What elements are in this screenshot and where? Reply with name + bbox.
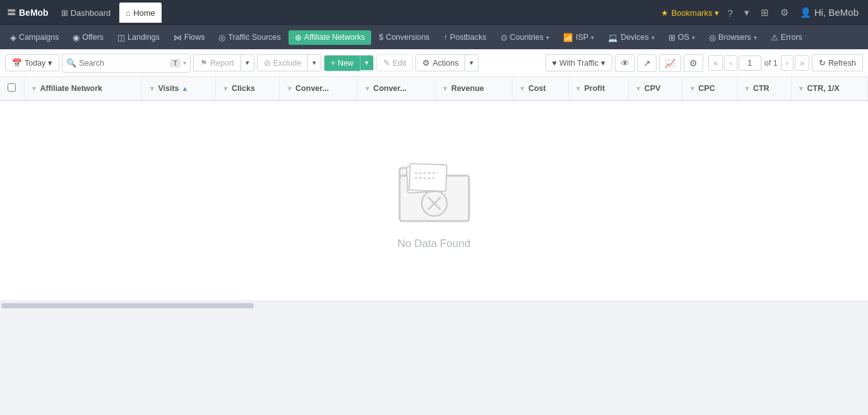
sidebar-item-flows[interactable]: ⋈ Flows <box>167 30 211 45</box>
sidebar-item-affiliate-networks[interactable]: ⊕ Affiliate Networks <box>288 30 371 45</box>
refresh-button[interactable]: ↻ Refresh <box>812 54 863 71</box>
export-button[interactable]: ↗ <box>638 54 657 72</box>
isp-icon: 📶 <box>563 33 573 42</box>
report-dropdown-button[interactable]: ▾ <box>241 56 254 70</box>
sidebar-item-countries[interactable]: ⊙ Countries ▾ <box>494 30 556 45</box>
os-icon: ⊞ <box>669 33 675 42</box>
bookmarks-button[interactable]: ★ Bookmarks ▾ <box>661 8 719 18</box>
search-input[interactable] <box>79 59 167 68</box>
tab-dashboard[interactable]: ⊞ Dashboard <box>55 3 117 23</box>
edit-button[interactable]: ✎ Edit <box>376 54 413 71</box>
search-box[interactable]: 🔍 T ▾ <box>62 54 191 73</box>
devices-chevron-icon: ▾ <box>651 34 655 41</box>
new-dropdown-button[interactable]: ▾ <box>360 56 373 70</box>
new-label: + New <box>331 59 354 68</box>
exclude-label: Exclude <box>273 59 301 68</box>
browsers-label: Browsers <box>718 33 751 42</box>
actions-label: Actions <box>432 59 458 68</box>
heart-icon: ♥ <box>552 59 557 68</box>
sidebar-item-traffic-sources[interactable]: ◎ Traffic Sources <box>212 30 287 45</box>
sidebar-item-offers[interactable]: ◉ Offers <box>66 30 110 45</box>
settings-button[interactable]: ⚙ <box>777 6 792 20</box>
page-number-input[interactable] <box>739 56 761 71</box>
affiliate-networks-label: Affiliate Networks <box>304 33 365 42</box>
actions-dropdown-button[interactable]: ▾ <box>465 56 478 70</box>
sidebar-item-os[interactable]: ⊞ OS ▾ <box>662 30 701 45</box>
postbacks-icon: ↑ <box>444 33 448 42</box>
sidebar-item-landings[interactable]: ◫ Landings <box>111 30 166 45</box>
with-traffic-button[interactable]: ♥ With Traffic ▾ <box>545 54 613 71</box>
search-chevron-icon[interactable]: ▾ <box>183 59 186 66</box>
countries-icon: ⊙ <box>501 33 508 42</box>
today-chevron-icon: ▾ <box>48 58 52 68</box>
search-type-badge[interactable]: T <box>170 59 181 68</box>
report-split-button: ⚑ Report ▾ <box>193 54 254 71</box>
sidebar-item-conversions[interactable]: $ Conversions <box>372 30 436 44</box>
th-cpc[interactable]: ▼ CPC <box>682 77 737 100</box>
visibility-button[interactable]: 👁 <box>615 54 635 72</box>
home-tab-label: Home <box>133 8 155 18</box>
exclude-dropdown-button[interactable]: ▾ <box>308 56 321 70</box>
sidebar-item-isp[interactable]: 📶 ISP ▾ <box>557 30 600 45</box>
th-ctr1x[interactable]: ▼ CTR, 1/X <box>791 77 867 100</box>
notifications-button[interactable]: ▾ <box>741 6 752 20</box>
scroll-thumb[interactable] <box>1 303 254 308</box>
actions-button[interactable]: ⚙ Actions <box>416 55 465 71</box>
last-page-button[interactable]: » <box>795 55 809 71</box>
grid-button[interactable]: ⊞ <box>758 6 772 20</box>
exclude-button[interactable]: ⊘ Exclude <box>258 55 308 71</box>
th-cpv[interactable]: ▼ CPV <box>628 77 682 100</box>
landings-label: Landings <box>128 33 160 42</box>
th-conversions2[interactable]: ▼ Conver... <box>357 77 435 100</box>
errors-label: Errors <box>781 33 802 42</box>
user-menu[interactable]: 👤 Hi, BeMob <box>797 6 862 20</box>
exclude-icon: ⊘ <box>264 58 271 68</box>
th-conv2-label: Conver... <box>373 84 407 93</box>
os-chevron-icon: ▾ <box>692 34 695 41</box>
th-clicks[interactable]: ▼ Clicks <box>216 77 280 100</box>
next-page-button[interactable]: › <box>781 55 794 71</box>
today-button[interactable]: 📅 Today ▾ <box>5 54 59 71</box>
prev-page-button[interactable]: ‹ <box>724 55 737 71</box>
th-ctr[interactable]: ▼ CTR <box>737 77 791 100</box>
th-ctr1x-label: CTR, 1/X <box>807 84 839 93</box>
report-label: Report <box>210 59 234 68</box>
sidebar-item-devices[interactable]: 💻 Devices ▾ <box>602 30 660 45</box>
th-affiliate-network[interactable]: ▼ Affiliate Network <box>24 77 142 100</box>
first-page-button[interactable]: « <box>708 55 723 71</box>
th-conversions1[interactable]: ▼ Conver... <box>280 77 357 100</box>
sidebar-item-errors[interactable]: ⚠ Errors <box>764 30 809 45</box>
campaigns-label: Campaigns <box>19 33 59 42</box>
postbacks-label: Postbacks <box>450 33 487 42</box>
affiliate-networks-table: ▼ Affiliate Network ▼ Visits ▲ ▼ Clicks <box>0 77 868 101</box>
isp-label: ISP <box>576 33 588 42</box>
page-total: of 1 <box>763 59 780 68</box>
app-logo[interactable]: 〓 BeMob <box>6 6 49 20</box>
campaigns-icon: ◈ <box>10 33 16 42</box>
select-all-checkbox[interactable] <box>8 83 16 92</box>
logo-icon: 〓 <box>6 6 16 20</box>
th-cost[interactable]: ▼ Cost <box>513 77 569 100</box>
bookmarks-chevron-icon: ▾ <box>715 8 719 18</box>
column-settings-button[interactable]: ⚙ <box>684 54 703 72</box>
chart-button[interactable]: 📈 <box>659 54 681 72</box>
tab-home[interactable]: ⌂ Home <box>119 3 162 23</box>
table-header-row: ▼ Affiliate Network ▼ Visits ▲ ▼ Clicks <box>0 77 868 100</box>
landings-icon: ◫ <box>117 33 125 42</box>
edit-icon: ✎ <box>383 58 390 68</box>
sidebar-item-postbacks[interactable]: ↑ Postbacks <box>437 30 493 44</box>
th-profit-label: Profit <box>584 84 605 93</box>
countries-chevron-icon: ▾ <box>546 34 549 41</box>
help-button[interactable]: ? <box>724 6 735 20</box>
sidebar-item-campaigns[interactable]: ◈ Campaigns <box>4 30 65 45</box>
with-traffic-chevron-icon: ▾ <box>601 58 605 68</box>
new-button[interactable]: + New <box>324 56 360 71</box>
report-button[interactable]: ⚑ Report <box>194 55 241 71</box>
sidebar-item-browsers[interactable]: ◎ Browsers ▾ <box>703 30 763 45</box>
th-profit[interactable]: ▼ Profit <box>568 77 628 100</box>
browsers-chevron-icon: ▾ <box>754 34 757 41</box>
th-visits[interactable]: ▼ Visits ▲ <box>142 77 216 100</box>
th-revenue[interactable]: ▼ Revenue <box>435 77 512 100</box>
horizontal-scrollbar[interactable] <box>0 301 868 310</box>
filter-profit-icon: ▼ <box>575 85 582 92</box>
